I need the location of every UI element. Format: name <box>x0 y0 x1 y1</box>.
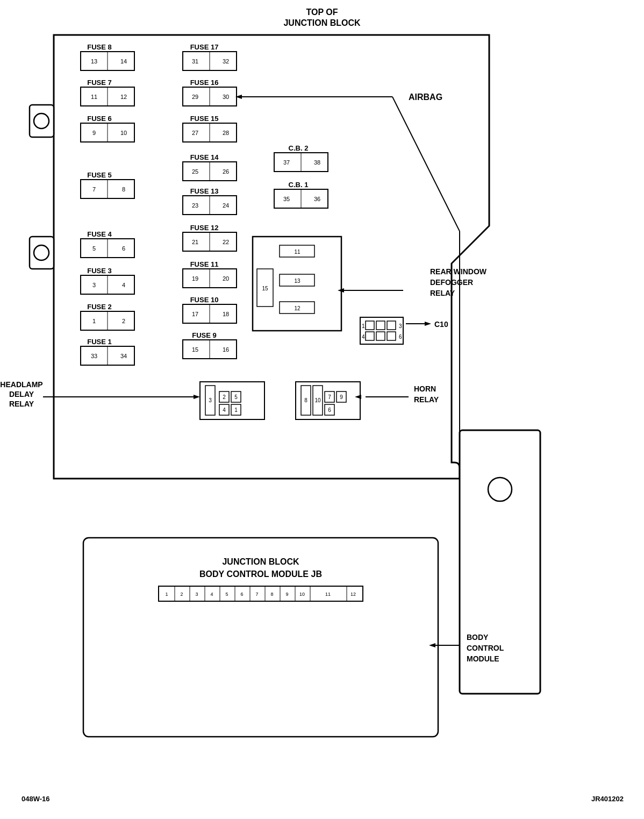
fuse8-pin1: 13 <box>91 58 97 65</box>
horn-label1: HORN <box>414 384 436 393</box>
svg-rect-52 <box>376 321 385 330</box>
diagram: TOP OF JUNCTION BLOCK FUSE 8 13 14 FUSE … <box>0 0 644 819</box>
svg-rect-51 <box>366 321 374 330</box>
fuse14-pin2: 26 <box>223 168 229 175</box>
fuse3-pin1: 3 <box>92 282 96 288</box>
svg-rect-56 <box>387 332 396 340</box>
bcm-pin11: 11 <box>325 592 331 597</box>
fuse3-label: FUSE 3 <box>87 267 112 275</box>
c10-pin1: 1 <box>362 323 365 329</box>
bcm-label2: CONTROL <box>467 644 504 652</box>
hdlamp-pin4: 4 <box>223 407 226 413</box>
hdlamp-pin5: 5 <box>234 394 238 400</box>
fuse12-pin1: 21 <box>192 239 198 245</box>
cb2-pin2: 38 <box>314 159 320 166</box>
hdlamp-pin3: 3 <box>209 397 212 403</box>
fuse17-label: FUSE 17 <box>190 43 219 51</box>
fuse4-pin1: 5 <box>92 245 96 252</box>
bcm-pin2: 2 <box>180 592 183 597</box>
horn-pin6: 6 <box>328 407 331 413</box>
cb1-pin1: 35 <box>283 196 290 202</box>
diag-num-right: JR401202 <box>591 795 624 803</box>
fuse3-pin2: 4 <box>122 282 125 288</box>
fuse13-pin1: 23 <box>192 202 198 209</box>
bcm-pin7: 7 <box>255 592 258 597</box>
fuse1-label: FUSE 1 <box>87 338 112 346</box>
svg-rect-53 <box>387 321 396 330</box>
fuse7-pin2: 12 <box>120 94 127 100</box>
fuse7-label: FUSE 7 <box>87 79 112 87</box>
fuse9-label: FUSE 9 <box>192 331 217 339</box>
fuse9-pin1: 15 <box>192 346 198 353</box>
bcm-pin1: 1 <box>165 592 168 597</box>
c10-pin4: 4 <box>362 334 365 340</box>
fuse15-pin1: 27 <box>192 130 198 136</box>
rear-window-label3: RELAY <box>430 289 455 297</box>
bcm-label1: BODY <box>467 633 489 642</box>
relay-pin15: 15 <box>262 286 268 291</box>
fuse2-pin1: 1 <box>92 318 96 324</box>
fuse11-pin2: 20 <box>223 275 229 282</box>
horn-pin9: 9 <box>340 394 343 400</box>
horn-pin7: 7 <box>328 394 331 400</box>
fuse7-pin1: 11 <box>91 94 97 100</box>
fuse6-label: FUSE 6 <box>87 115 112 123</box>
fuse14-pin1: 25 <box>192 168 198 175</box>
fuse4-label: FUSE 4 <box>87 230 112 238</box>
bcm-pin9: 9 <box>285 592 288 597</box>
top-label2: JUNCTION BLOCK <box>283 18 361 27</box>
fuse8-pin2: 14 <box>120 58 127 65</box>
fuse16-pin1: 29 <box>192 94 198 100</box>
c10-pin6: 6 <box>399 334 402 340</box>
fuse17-pin2: 32 <box>223 58 229 65</box>
fuse17-pin1: 31 <box>192 58 198 65</box>
fuse2-pin2: 2 <box>122 318 125 324</box>
bcm-label3: MODULE <box>467 654 499 663</box>
svg-rect-54 <box>366 332 374 340</box>
rear-window-label: REAR WINDOW <box>430 267 487 276</box>
fuse11-pin1: 19 <box>192 275 198 282</box>
fuse5-label: FUSE 5 <box>87 171 112 179</box>
horn-pin8: 8 <box>304 397 307 403</box>
fuse8-label: FUSE 8 <box>87 43 112 51</box>
fuse1-pin2: 34 <box>120 353 127 359</box>
hdlamp-pin2: 2 <box>223 394 226 400</box>
headlamp-label3: RELAY <box>9 400 34 408</box>
horn-pin10: 10 <box>314 397 321 403</box>
fuse12-label: FUSE 12 <box>190 224 219 232</box>
cb1-label: C.B. 1 <box>289 181 309 189</box>
cb2-label: C.B. 2 <box>289 144 309 152</box>
cb1-pin2: 36 <box>314 196 320 202</box>
svg-rect-82 <box>159 586 363 601</box>
bcm-pin3: 3 <box>195 592 198 597</box>
hdlamp-pin1: 1 <box>234 407 238 413</box>
rear-window-label2: DEFOGGER <box>430 278 473 287</box>
fuse14-label: FUSE 14 <box>190 153 219 161</box>
fuse5-pin2: 8 <box>122 186 125 193</box>
fuse15-label: FUSE 15 <box>190 115 219 123</box>
relay-pin11: 11 <box>294 249 300 255</box>
fuse6-pin1: 9 <box>92 130 96 136</box>
svg-point-4 <box>34 245 49 260</box>
fuse2-label: FUSE 2 <box>87 303 112 311</box>
fuse6-pin2: 10 <box>120 130 127 136</box>
fuse16-label: FUSE 16 <box>190 79 219 87</box>
bcm-pin10: 10 <box>299 592 305 597</box>
fuse16-pin2: 30 <box>223 94 229 100</box>
fuse12-pin2: 22 <box>223 239 229 245</box>
diag-num-left: 048W-16 <box>22 795 50 803</box>
headlamp-label2: DELAY <box>9 390 34 398</box>
cb2-pin1: 37 <box>283 159 290 166</box>
horn-label2: RELAY <box>414 395 439 404</box>
top-label: TOP OF <box>306 8 338 17</box>
jb-title2: BODY CONTROL MODULE JB <box>199 569 322 579</box>
bcm-pin12: 12 <box>350 592 356 597</box>
bcm-pin8: 8 <box>270 592 273 597</box>
relay-pin13: 13 <box>294 278 300 284</box>
fuse4-pin2: 6 <box>122 245 125 252</box>
fuse9-pin2: 16 <box>223 346 229 353</box>
svg-point-2 <box>34 113 49 129</box>
fuse10-pin1: 17 <box>192 311 198 317</box>
relay-pin12: 12 <box>294 305 300 311</box>
fuse1-pin1: 33 <box>91 353 97 359</box>
